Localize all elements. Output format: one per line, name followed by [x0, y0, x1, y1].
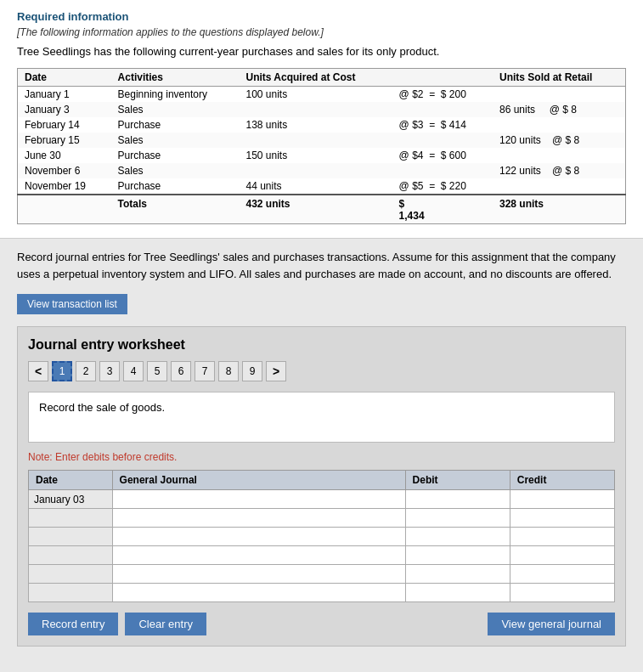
page-4-button[interactable]: 4: [123, 361, 144, 381]
row-units-sold: [493, 148, 625, 163]
journal-date-cell-2: [29, 509, 113, 528]
row-at-cost: @ $3 = $ 414: [392, 117, 493, 133]
journal-debit-cell-3[interactable]: [405, 528, 510, 546]
page-6-button[interactable]: 6: [171, 361, 191, 381]
journal-row-1: January 03: [29, 490, 615, 509]
row-units-sold: 86 units @ $ 8: [493, 102, 625, 117]
row-activity: Sales: [111, 163, 240, 178]
journal-general-input-1[interactable]: [118, 494, 400, 505]
journal-col-credit-header: Credit: [510, 471, 614, 490]
record-entry-button[interactable]: Record entry: [28, 613, 118, 635]
page-1-button[interactable]: 1: [52, 361, 72, 381]
view-general-journal-button[interactable]: View general journal: [488, 613, 615, 635]
journal-debit-cell-2[interactable]: [405, 509, 510, 528]
totals-activity: Totals: [111, 195, 240, 224]
journal-credit-input-5[interactable]: [516, 568, 609, 580]
journal-credit-cell-1[interactable]: [510, 490, 614, 509]
journal-col-debit-header: Debit: [405, 471, 510, 490]
body-description: Record journal entries for Tree Seedling…: [17, 249, 626, 282]
clear-entry-button[interactable]: Clear entry: [125, 613, 206, 635]
journal-col-general-header: General Journal: [112, 471, 405, 490]
table-row: November 6 Sales 122 units @ $ 8: [18, 163, 626, 178]
journal-general-cell-5[interactable]: [112, 565, 405, 584]
row-at-cost: @ $4 = $ 600: [392, 148, 493, 163]
page-container: Required information [The following info…: [0, 0, 643, 672]
journal-credit-cell-5[interactable]: [510, 565, 614, 584]
journal-row-5: [29, 565, 615, 584]
journal-general-input-3[interactable]: [118, 531, 400, 543]
col-spacer-header: [392, 69, 493, 87]
row-date: June 30: [18, 148, 111, 163]
totals-cost: $ 1,434: [392, 195, 493, 224]
journal-general-input-5[interactable]: [118, 568, 400, 580]
table-row: June 30 Purchase 150 units @ $4 = $ 600: [18, 148, 626, 163]
row-at-cost: @ $2 = $ 200: [392, 87, 493, 103]
table-row: February 15 Sales 120 units @ $ 8: [18, 133, 626, 148]
journal-debit-cell-1[interactable]: [405, 490, 510, 509]
row-at-cost: [392, 133, 493, 148]
journal-debit-input-6[interactable]: [411, 587, 505, 599]
journal-credit-input-6[interactable]: [516, 587, 609, 599]
journal-general-cell-1[interactable]: [112, 490, 405, 509]
journal-credit-input-2[interactable]: [516, 512, 609, 524]
table-row: January 3 Sales 86 units @ $ 8: [18, 102, 626, 117]
journal-debit-cell-5[interactable]: [405, 565, 510, 584]
journal-credit-cell-6[interactable]: [510, 584, 614, 602]
journal-row-3: [29, 528, 615, 546]
info-table: Date Activities Units Acquired at Cost U…: [17, 68, 626, 224]
row-units-acq: 100 units: [239, 87, 392, 103]
note-text: Note: Enter debits before credits.: [28, 451, 615, 463]
journal-general-cell-6[interactable]: [112, 584, 405, 602]
prev-page-button[interactable]: <: [28, 361, 48, 381]
journal-date-cell-5: [29, 565, 113, 584]
journal-general-input-2[interactable]: [118, 512, 400, 524]
row-at-cost: [392, 102, 493, 117]
journal-debit-input-4[interactable]: [411, 550, 505, 562]
page-9-button[interactable]: 9: [242, 361, 262, 381]
journal-credit-input-1[interactable]: [516, 494, 609, 505]
journal-debit-input-1[interactable]: [411, 494, 505, 505]
view-transaction-list-button[interactable]: View transaction list: [17, 294, 127, 314]
journal-general-input-4[interactable]: [118, 550, 400, 562]
col-units-acq-header: Units Acquired at Cost: [239, 69, 392, 87]
journal-credit-input-3[interactable]: [516, 531, 609, 543]
journal-debit-input-2[interactable]: [411, 512, 505, 524]
body-section: Record journal entries for Tree Seedling…: [0, 239, 643, 657]
next-page-button[interactable]: >: [266, 361, 286, 381]
journal-general-cell-2[interactable]: [112, 509, 405, 528]
row-date: November 19: [18, 178, 111, 195]
totals-units-sold: 328 units: [493, 195, 625, 224]
journal-general-cell-3[interactable]: [112, 528, 405, 546]
row-date: January 3: [18, 102, 111, 117]
journal-credit-cell-2[interactable]: [510, 509, 614, 528]
journal-date-cell-3: [29, 528, 113, 546]
journal-debit-cell-6[interactable]: [405, 584, 510, 602]
journal-general-cell-4[interactable]: [112, 546, 405, 565]
row-units-acq: [239, 163, 392, 178]
page-3-button[interactable]: 3: [99, 361, 120, 381]
row-date: February 15: [18, 133, 111, 148]
totals-units-acq: 432 units: [239, 195, 392, 224]
row-activity: Beginning inventory: [111, 87, 240, 103]
journal-debit-input-3[interactable]: [411, 531, 505, 543]
journal-credit-cell-4[interactable]: [510, 546, 614, 565]
page-5-button[interactable]: 5: [147, 361, 167, 381]
table-row: November 19 Purchase 44 units @ $5 = $ 2…: [18, 178, 626, 195]
row-date: January 1: [18, 87, 111, 103]
row-activity: Purchase: [111, 178, 240, 195]
col-date-header: Date: [18, 69, 111, 87]
journal-debit-cell-4[interactable]: [405, 546, 510, 565]
journal-general-input-6[interactable]: [118, 587, 400, 599]
bottom-buttons: Record entry Clear entry View general jo…: [28, 613, 615, 635]
page-8-button[interactable]: 8: [218, 361, 239, 381]
journal-credit-cell-3[interactable]: [510, 528, 614, 546]
worksheet-box: Journal entry worksheet < 1 2 3 4 5 6 7 …: [17, 326, 626, 647]
journal-credit-input-4[interactable]: [516, 550, 609, 562]
row-units-sold: [493, 117, 625, 133]
page-7-button[interactable]: 7: [195, 361, 215, 381]
journal-debit-input-5[interactable]: [411, 568, 505, 580]
col-units-sold-header: Units Sold at Retail: [493, 69, 625, 87]
journal-col-date-header: Date: [29, 471, 113, 490]
page-2-button[interactable]: 2: [76, 361, 96, 381]
totals-label: [18, 195, 111, 224]
